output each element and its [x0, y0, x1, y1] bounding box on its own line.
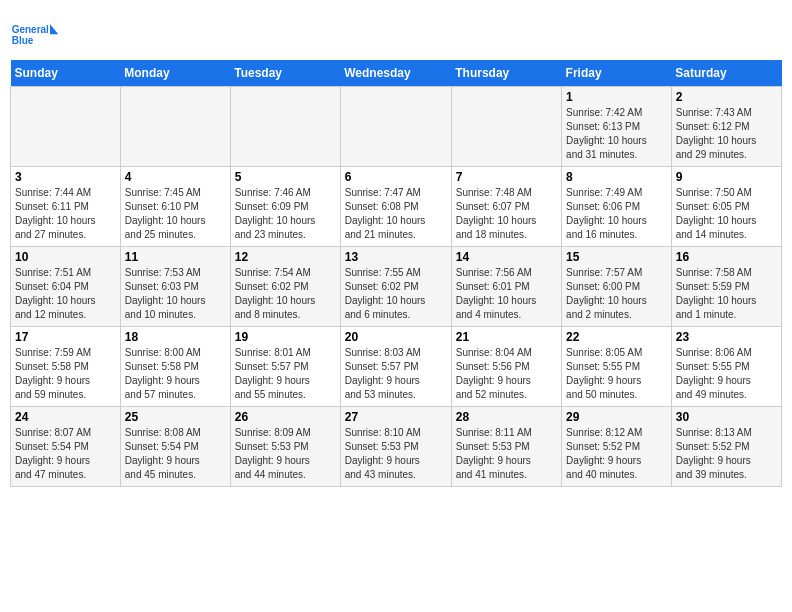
day-detail: Sunrise: 8:03 AMSunset: 5:57 PMDaylight:… — [345, 346, 447, 402]
calendar-cell: 27Sunrise: 8:10 AMSunset: 5:53 PMDayligh… — [340, 407, 451, 487]
day-number: 27 — [345, 410, 447, 424]
day-detail: Sunrise: 7:42 AMSunset: 6:13 PMDaylight:… — [566, 106, 667, 162]
calendar-cell: 20Sunrise: 8:03 AMSunset: 5:57 PMDayligh… — [340, 327, 451, 407]
day-detail: Sunrise: 8:01 AMSunset: 5:57 PMDaylight:… — [235, 346, 336, 402]
calendar-week-row: 17Sunrise: 7:59 AMSunset: 5:58 PMDayligh… — [11, 327, 782, 407]
day-detail: Sunrise: 7:49 AMSunset: 6:06 PMDaylight:… — [566, 186, 667, 242]
day-detail: Sunrise: 7:59 AMSunset: 5:58 PMDaylight:… — [15, 346, 116, 402]
day-number: 9 — [676, 170, 777, 184]
day-detail: Sunrise: 8:05 AMSunset: 5:55 PMDaylight:… — [566, 346, 667, 402]
calendar-cell: 12Sunrise: 7:54 AMSunset: 6:02 PMDayligh… — [230, 247, 340, 327]
day-number: 8 — [566, 170, 667, 184]
day-number: 26 — [235, 410, 336, 424]
calendar-table: SundayMondayTuesdayWednesdayThursdayFrid… — [10, 60, 782, 487]
weekday-header-saturday: Saturday — [671, 60, 781, 87]
day-detail: Sunrise: 7:53 AMSunset: 6:03 PMDaylight:… — [125, 266, 226, 322]
day-detail: Sunrise: 7:51 AMSunset: 6:04 PMDaylight:… — [15, 266, 116, 322]
calendar-cell: 4Sunrise: 7:45 AMSunset: 6:10 PMDaylight… — [120, 167, 230, 247]
day-detail: Sunrise: 7:44 AMSunset: 6:11 PMDaylight:… — [15, 186, 116, 242]
day-number: 13 — [345, 250, 447, 264]
calendar-cell: 11Sunrise: 7:53 AMSunset: 6:03 PMDayligh… — [120, 247, 230, 327]
calendar-cell: 30Sunrise: 8:13 AMSunset: 5:52 PMDayligh… — [671, 407, 781, 487]
day-detail: Sunrise: 7:56 AMSunset: 6:01 PMDaylight:… — [456, 266, 557, 322]
day-detail: Sunrise: 7:57 AMSunset: 6:00 PMDaylight:… — [566, 266, 667, 322]
calendar-cell: 17Sunrise: 7:59 AMSunset: 5:58 PMDayligh… — [11, 327, 121, 407]
calendar-cell: 23Sunrise: 8:06 AMSunset: 5:55 PMDayligh… — [671, 327, 781, 407]
day-detail: Sunrise: 7:45 AMSunset: 6:10 PMDaylight:… — [125, 186, 226, 242]
calendar-cell: 6Sunrise: 7:47 AMSunset: 6:08 PMDaylight… — [340, 167, 451, 247]
calendar-cell: 8Sunrise: 7:49 AMSunset: 6:06 PMDaylight… — [562, 167, 672, 247]
day-detail: Sunrise: 7:55 AMSunset: 6:02 PMDaylight:… — [345, 266, 447, 322]
svg-text:Blue: Blue — [12, 35, 34, 46]
day-detail: Sunrise: 8:10 AMSunset: 5:53 PMDaylight:… — [345, 426, 447, 482]
calendar-cell: 28Sunrise: 8:11 AMSunset: 5:53 PMDayligh… — [451, 407, 561, 487]
header: General Blue — [10, 10, 782, 56]
calendar-cell — [230, 87, 340, 167]
day-number: 15 — [566, 250, 667, 264]
day-number: 17 — [15, 330, 116, 344]
calendar-cell — [340, 87, 451, 167]
day-detail: Sunrise: 7:48 AMSunset: 6:07 PMDaylight:… — [456, 186, 557, 242]
calendar-week-row: 1Sunrise: 7:42 AMSunset: 6:13 PMDaylight… — [11, 87, 782, 167]
day-detail: Sunrise: 8:12 AMSunset: 5:52 PMDaylight:… — [566, 426, 667, 482]
weekday-header-sunday: Sunday — [11, 60, 121, 87]
weekday-header-row: SundayMondayTuesdayWednesdayThursdayFrid… — [11, 60, 782, 87]
svg-text:General: General — [12, 24, 49, 35]
day-number: 6 — [345, 170, 447, 184]
day-number: 19 — [235, 330, 336, 344]
calendar-cell: 10Sunrise: 7:51 AMSunset: 6:04 PMDayligh… — [11, 247, 121, 327]
day-number: 10 — [15, 250, 116, 264]
day-detail: Sunrise: 8:11 AMSunset: 5:53 PMDaylight:… — [456, 426, 557, 482]
calendar-cell: 13Sunrise: 7:55 AMSunset: 6:02 PMDayligh… — [340, 247, 451, 327]
day-number: 21 — [456, 330, 557, 344]
calendar-cell: 5Sunrise: 7:46 AMSunset: 6:09 PMDaylight… — [230, 167, 340, 247]
calendar-cell: 14Sunrise: 7:56 AMSunset: 6:01 PMDayligh… — [451, 247, 561, 327]
weekday-header-wednesday: Wednesday — [340, 60, 451, 87]
day-detail: Sunrise: 8:06 AMSunset: 5:55 PMDaylight:… — [676, 346, 777, 402]
day-detail: Sunrise: 7:43 AMSunset: 6:12 PMDaylight:… — [676, 106, 777, 162]
day-number: 12 — [235, 250, 336, 264]
day-detail: Sunrise: 7:54 AMSunset: 6:02 PMDaylight:… — [235, 266, 336, 322]
day-number: 11 — [125, 250, 226, 264]
calendar-cell — [120, 87, 230, 167]
logo: General Blue — [10, 16, 60, 56]
calendar-cell — [451, 87, 561, 167]
day-number: 1 — [566, 90, 667, 104]
day-number: 30 — [676, 410, 777, 424]
weekday-header-friday: Friday — [562, 60, 672, 87]
calendar-cell: 3Sunrise: 7:44 AMSunset: 6:11 PMDaylight… — [11, 167, 121, 247]
day-number: 20 — [345, 330, 447, 344]
calendar-cell: 24Sunrise: 8:07 AMSunset: 5:54 PMDayligh… — [11, 407, 121, 487]
calendar-cell: 19Sunrise: 8:01 AMSunset: 5:57 PMDayligh… — [230, 327, 340, 407]
weekday-header-tuesday: Tuesday — [230, 60, 340, 87]
calendar-cell: 16Sunrise: 7:58 AMSunset: 5:59 PMDayligh… — [671, 247, 781, 327]
day-number: 24 — [15, 410, 116, 424]
day-detail: Sunrise: 8:08 AMSunset: 5:54 PMDaylight:… — [125, 426, 226, 482]
day-number: 2 — [676, 90, 777, 104]
day-detail: Sunrise: 7:46 AMSunset: 6:09 PMDaylight:… — [235, 186, 336, 242]
calendar-cell: 9Sunrise: 7:50 AMSunset: 6:05 PMDaylight… — [671, 167, 781, 247]
calendar-cell — [11, 87, 121, 167]
calendar-week-row: 10Sunrise: 7:51 AMSunset: 6:04 PMDayligh… — [11, 247, 782, 327]
calendar-cell: 2Sunrise: 7:43 AMSunset: 6:12 PMDaylight… — [671, 87, 781, 167]
calendar-cell: 21Sunrise: 8:04 AMSunset: 5:56 PMDayligh… — [451, 327, 561, 407]
day-detail: Sunrise: 8:13 AMSunset: 5:52 PMDaylight:… — [676, 426, 777, 482]
day-number: 18 — [125, 330, 226, 344]
weekday-header-thursday: Thursday — [451, 60, 561, 87]
calendar-cell: 15Sunrise: 7:57 AMSunset: 6:00 PMDayligh… — [562, 247, 672, 327]
calendar-cell: 25Sunrise: 8:08 AMSunset: 5:54 PMDayligh… — [120, 407, 230, 487]
calendar-cell: 7Sunrise: 7:48 AMSunset: 6:07 PMDaylight… — [451, 167, 561, 247]
day-detail: Sunrise: 8:00 AMSunset: 5:58 PMDaylight:… — [125, 346, 226, 402]
day-number: 28 — [456, 410, 557, 424]
calendar-cell: 22Sunrise: 8:05 AMSunset: 5:55 PMDayligh… — [562, 327, 672, 407]
calendar-cell: 29Sunrise: 8:12 AMSunset: 5:52 PMDayligh… — [562, 407, 672, 487]
calendar-cell: 18Sunrise: 8:00 AMSunset: 5:58 PMDayligh… — [120, 327, 230, 407]
day-number: 3 — [15, 170, 116, 184]
calendar-week-row: 3Sunrise: 7:44 AMSunset: 6:11 PMDaylight… — [11, 167, 782, 247]
day-number: 4 — [125, 170, 226, 184]
calendar-cell: 1Sunrise: 7:42 AMSunset: 6:13 PMDaylight… — [562, 87, 672, 167]
day-detail: Sunrise: 7:47 AMSunset: 6:08 PMDaylight:… — [345, 186, 447, 242]
calendar-week-row: 24Sunrise: 8:07 AMSunset: 5:54 PMDayligh… — [11, 407, 782, 487]
day-detail: Sunrise: 8:09 AMSunset: 5:53 PMDaylight:… — [235, 426, 336, 482]
day-detail: Sunrise: 8:04 AMSunset: 5:56 PMDaylight:… — [456, 346, 557, 402]
